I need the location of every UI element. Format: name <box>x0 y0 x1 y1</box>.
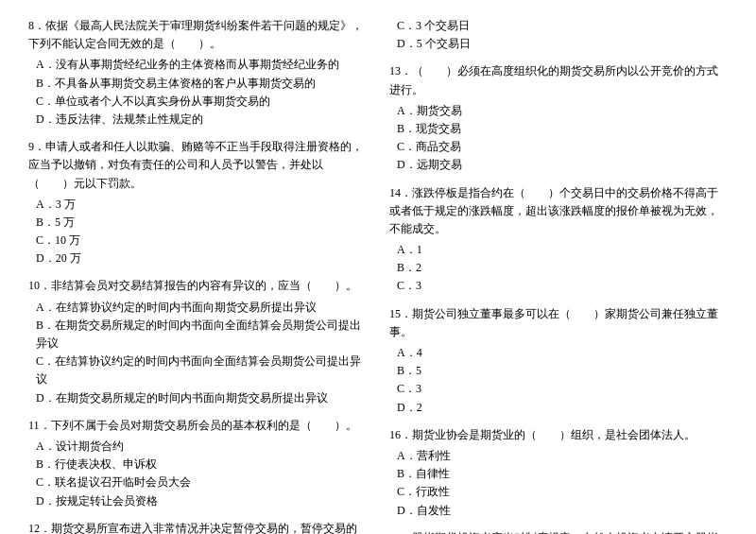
option: A．在结算协议约定的时间内书面向期货交易所提出异议 <box>36 299 367 317</box>
question-14-title: 14．涨跌停板是指合约在（ ）个交易日中的交易价格不得高于或者低于规定的涨跌幅度… <box>389 184 728 239</box>
option: C．10 万 <box>36 232 367 250</box>
question-10-title: 10．非结算会员对交易结算报告的内容有异议的，应当（ ）。 <box>28 277 367 295</box>
question-13-title: 13．（ ）必须在高度组织化的期货交易所内以公开竞价的方式进行。 <box>389 62 728 98</box>
option: D．远期交易 <box>397 156 728 174</box>
option: B．5 万 <box>36 214 367 232</box>
option: A．期货交易 <box>397 102 728 120</box>
question-9-title: 9．申请人或者和任人以欺骗、贿赂等不正当手段取得注册资格的，应当予以撤销，对负有… <box>28 138 367 193</box>
option: D．自发性 <box>397 502 728 520</box>
question-11-title: 11．下列不属于会员对期货交易所会员的基本权利的是（ ）。 <box>28 417 367 435</box>
option: D．20 万 <box>36 250 367 267</box>
question-13-options: A．期货交易 B．现货交易 C．商品交易 D．远期交易 <box>389 102 728 175</box>
question-15-title: 15．期货公司独立董事最多可以在（ ）家期货公司兼任独立董事。 <box>389 305 728 341</box>
option: D．5 个交易日 <box>397 35 728 53</box>
option: D．2 <box>397 399 728 417</box>
left-column: 8．依据《最高人民法院关于审理期货纠纷案件若干问题的规定》，下列不能认定合同无效… <box>28 17 378 534</box>
question-9: 9．申请人或者和任人以欺骗、贿赂等不正当手段取得注册资格的，应当予以撤销，对负有… <box>28 138 367 267</box>
option: C．3 个交易日 <box>397 17 728 35</box>
option: C．3 <box>397 277 728 295</box>
option: A．没有从事期货经纪业务的主体资格而从事期货经纪业务的 <box>36 56 367 74</box>
option: C．联名提议召开临时会员大会 <box>36 474 367 491</box>
question-17-title: 17．股指期货投资者应当对制度规定，自然人投资者申请开立股指期货交易编时，保证金… <box>389 529 728 534</box>
option: B．在期货交易所规定的时间内书面向全面结算会员期货公司提出异议 <box>36 317 367 353</box>
option: B．不具备从事期货交易主体资格的客户从事期货交易的 <box>36 75 367 93</box>
page-content: 8．依据《最高人民法院关于审理期货纠纷案件若干问题的规定》，下列不能认定合同无效… <box>28 17 728 534</box>
option: B．自律性 <box>397 465 728 483</box>
option: B．5 <box>397 362 728 380</box>
option: A．3 万 <box>36 196 367 214</box>
option: C．3 <box>397 380 728 398</box>
question-8: 8．依据《最高人民法院关于审理期货纠纷案件若干问题的规定》，下列不能认定合同无效… <box>28 17 367 129</box>
option: B．现货交易 <box>397 120 728 138</box>
question-12-cont: C．3 个交易日 D．5 个交易日 <box>389 17 728 53</box>
question-12-cont-options: C．3 个交易日 D．5 个交易日 <box>389 17 728 53</box>
option: C．行政性 <box>397 483 728 501</box>
option: D．在期货交易所规定的时间内书面向期货交易所提出异议 <box>36 389 367 407</box>
question-15: 15．期货公司独立董事最多可以在（ ）家期货公司兼任独立董事。 A．4 B．5 … <box>389 305 728 417</box>
question-14-options: A．1 B．2 C．3 <box>389 241 728 296</box>
right-column: C．3 个交易日 D．5 个交易日 13．（ ）必须在高度组织化的期货交易所内以… <box>378 17 728 534</box>
option: D．违反法律、法规禁止性规定的 <box>36 111 367 129</box>
option: C．在结算协议约定的时间内书面向全面结算会员期货公司提出异议 <box>36 353 367 388</box>
question-10: 10．非结算会员对交易结算报告的内容有异议的，应当（ ）。 A．在结算协议约定的… <box>28 277 367 406</box>
question-15-options: A．4 B．5 C．3 D．2 <box>389 344 728 417</box>
option: A．设计期货合约 <box>36 438 367 456</box>
question-9-options: A．3 万 B．5 万 C．10 万 D．20 万 <box>28 196 367 268</box>
option: C．单位或者个人不以真实身份从事期货交易的 <box>36 93 367 111</box>
question-16-title: 16．期货业协会是期货业的（ ）组织，是社会团体法人。 <box>389 426 728 444</box>
option: C．商品交易 <box>397 138 728 156</box>
question-14: 14．涨跌停板是指合约在（ ）个交易日中的交易价格不得高于或者低于规定的涨跌幅度… <box>389 184 728 296</box>
option: B．行使表决权、申诉权 <box>36 456 367 474</box>
option: A．营利性 <box>397 447 728 465</box>
option: A．4 <box>397 344 728 362</box>
option: B．2 <box>397 259 728 277</box>
question-10-options: A．在结算协议约定的时间内书面向期货交易所提出异议 B．在期货交易所规定的时间内… <box>28 299 367 407</box>
question-11: 11．下列不属于会员对期货交易所会员的基本权利的是（ ）。 A．设计期货合约 B… <box>28 417 367 510</box>
question-13: 13．（ ）必须在高度组织化的期货交易所内以公开竞价的方式进行。 A．期货交易 … <box>389 62 728 174</box>
question-8-title: 8．依据《最高人民法院关于审理期货纠纷案件若干问题的规定》，下列不能认定合同无效… <box>28 17 367 53</box>
question-11-options: A．设计期货合约 B．行使表决权、申诉权 C．联名提议召开临时会员大会 D．按规… <box>28 438 367 510</box>
question-16-options: A．营利性 B．自律性 C．行政性 D．自发性 <box>389 447 728 520</box>
question-16: 16．期货业协会是期货业的（ ）组织，是社会团体法人。 A．营利性 B．自律性 … <box>389 426 728 520</box>
question-12-title: 12．期货交易所宣布进入非常情况并决定暂停交易的，暂停交易的期限不得超过（ ），… <box>28 520 367 534</box>
option: A．1 <box>397 241 728 259</box>
question-17: 17．股指期货投资者应当对制度规定，自然人投资者申请开立股指期货交易编时，保证金… <box>389 529 728 534</box>
question-8-options: A．没有从事期货经纪业务的主体资格而从事期货经纪业务的 B．不具备从事期货交易主… <box>28 56 367 129</box>
option: D．按规定转让会员资格 <box>36 492 367 510</box>
question-12: 12．期货交易所宣布进入非常情况并决定暂停交易的，暂停交易的期限不得超过（ ），… <box>28 520 367 534</box>
